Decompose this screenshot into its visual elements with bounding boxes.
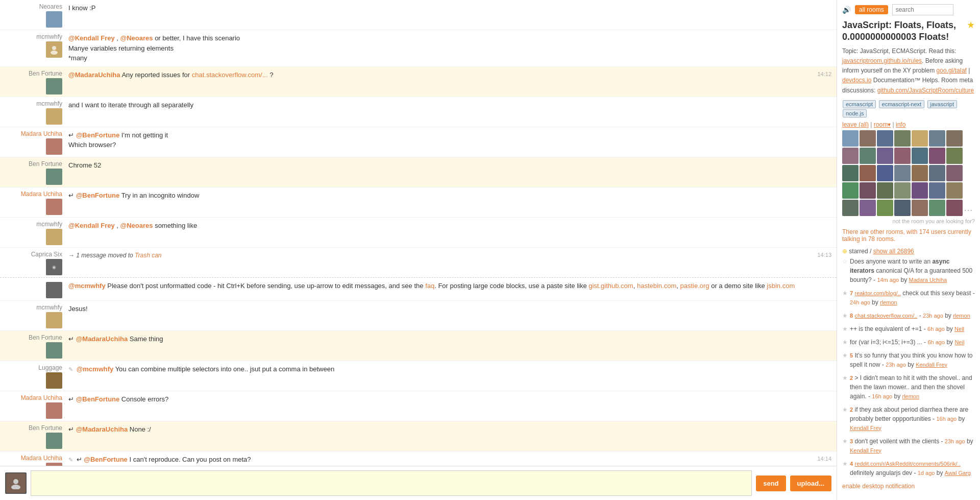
link[interactable]: hastebin.com bbox=[637, 282, 676, 290]
avatar-col: mcmwhfy bbox=[5, 220, 66, 245]
star-icon: ★ bbox=[842, 405, 848, 414]
message-content: ↵ @MadaraUchiha Same thing bbox=[66, 333, 811, 345]
star-icon: ★ bbox=[842, 289, 848, 298]
trash-link[interactable]: Trash can bbox=[135, 252, 161, 259]
send-button[interactable]: send bbox=[756, 475, 786, 491]
author-link[interactable]: Neil bbox=[954, 326, 964, 332]
message-content: ↵ @BenFortune Console errors? bbox=[66, 393, 811, 406]
tags-container: ecmascript ecmascript-next javascript no… bbox=[842, 100, 975, 118]
avatar-col: mcmwhfy bbox=[5, 32, 66, 58]
rules-link[interactable]: javascriptroom.github.io/rules bbox=[842, 57, 922, 64]
author-link[interactable]: rlemon bbox=[880, 299, 897, 305]
tag-ecmascript[interactable]: ecmascript bbox=[843, 100, 876, 108]
avatar-col: Caprica Six ◉ bbox=[5, 250, 66, 275]
volume-icon: 🔊 bbox=[842, 6, 851, 14]
link[interactable]: chat.stackoverflow.com/... bbox=[192, 71, 268, 79]
message-content: I know :P bbox=[66, 2, 811, 14]
avatar-col: Madara Uchiha bbox=[5, 454, 66, 466]
author-link[interactable]: Kendall Frey bbox=[850, 425, 881, 431]
svg-point-2 bbox=[13, 479, 18, 484]
mention: @Neoares bbox=[120, 222, 153, 229]
message-time bbox=[811, 32, 831, 34]
message-row: @mcmwhfy Please don't post unformatted c… bbox=[0, 278, 837, 301]
show-all-link[interactable]: show all 26896 bbox=[873, 248, 914, 255]
avatar bbox=[46, 41, 62, 58]
mention: @BenFortune bbox=[76, 192, 120, 199]
star-icon: ★ bbox=[842, 324, 848, 334]
message-row: mcmwhfy @Kendall Frey , @Neoares or bett… bbox=[0, 30, 837, 67]
author-link[interactable]: Awal Garg bbox=[945, 470, 971, 476]
avatar bbox=[46, 229, 62, 245]
link[interactable]: jsbin.com bbox=[767, 282, 795, 290]
message-row: Madara Uchiha ✎ ↵ @BenFortune I can't re… bbox=[0, 451, 837, 466]
username: Ben Fortune bbox=[29, 70, 62, 77]
starred-link[interactable]: reaktor.com/blog/.. bbox=[854, 290, 901, 296]
message-row: Ben Fortune @MadaraUchiha Any reported i… bbox=[0, 67, 837, 97]
author-link[interactable]: Madara Uchiha bbox=[909, 277, 947, 283]
message-time: 14:14 bbox=[811, 454, 831, 462]
message-content: @MadaraUchiha Any reported issues for ch… bbox=[66, 69, 811, 81]
avatar-col: Ben Fortune bbox=[5, 159, 66, 185]
xy-link[interactable]: goo.gl/taIaf bbox=[937, 67, 967, 74]
avatar bbox=[46, 138, 62, 155]
link[interactable]: faq bbox=[425, 282, 434, 290]
search-input[interactable] bbox=[892, 4, 953, 15]
username: mcmwhfy bbox=[36, 221, 62, 228]
username: Madara Uchiha bbox=[21, 130, 62, 137]
starred-item: ★ 3 don't get voilent with the clients -… bbox=[842, 437, 975, 455]
right-sidebar: 🔊 all rooms JavaScript: Floats, Floats, … bbox=[837, 0, 980, 500]
message-time bbox=[811, 99, 831, 101]
all-rooms-badge[interactable]: all rooms bbox=[855, 5, 888, 14]
avatar-col: Madara Uchiha bbox=[5, 189, 66, 215]
author-link[interactable]: rlemon bbox=[902, 393, 919, 399]
starred-link[interactable]: reddit.com/r/AskReddit/comments/506rik/.… bbox=[854, 461, 960, 467]
svg-point-0 bbox=[52, 46, 56, 50]
author-link[interactable]: Neil bbox=[954, 339, 964, 345]
upload-button[interactable]: upload... bbox=[790, 475, 831, 491]
edit-icon: ✎ bbox=[68, 366, 73, 372]
room-meta: Topic: JavaScript, ECMAScript. Read this… bbox=[842, 46, 975, 96]
author-link[interactable]: Kendall Frey bbox=[850, 447, 881, 454]
starred-item: ★ 5 It's so funny that you think you kno… bbox=[842, 351, 975, 369]
message-content: ↵ @BenFortune Try in an incognito window bbox=[66, 189, 811, 202]
member-avatar bbox=[912, 182, 928, 199]
avatar bbox=[46, 108, 62, 125]
author-link[interactable]: Kendall Frey bbox=[916, 362, 947, 368]
starred-item: ★ 7 reaktor.com/blog/.. check out this s… bbox=[842, 289, 975, 307]
chat-main: Neoares I know :P mcmwhfy @Kendall Frey … bbox=[0, 0, 837, 500]
member-avatar bbox=[894, 148, 911, 164]
link[interactable]: gist.github.com bbox=[589, 282, 633, 290]
link[interactable]: pastie.org bbox=[680, 282, 709, 290]
edit-icon: ✎ bbox=[68, 457, 73, 463]
member-avatar bbox=[860, 165, 876, 181]
tag-nodejs[interactable]: node.js bbox=[843, 109, 867, 117]
info-link[interactable]: info bbox=[896, 121, 905, 128]
message-row: Madara Uchiha ↵ @BenFortune Try in an in… bbox=[0, 187, 837, 218]
culture-link[interactable]: github.com/JavaScriptRoom/culture bbox=[877, 87, 974, 94]
star-icon[interactable]: ★ bbox=[967, 19, 975, 31]
leave-all-link[interactable]: leave (all) bbox=[842, 121, 869, 128]
member-avatar bbox=[929, 148, 945, 164]
avatar bbox=[46, 402, 62, 419]
starred-item: ★ 4 reddit.com/r/AskReddit/comments/506r… bbox=[842, 459, 975, 478]
username: Caprica Six bbox=[31, 251, 62, 258]
avatar bbox=[46, 282, 62, 298]
tag-ecmascript-next[interactable]: ecmascript-next bbox=[879, 100, 925, 108]
username: Ben Fortune bbox=[29, 334, 62, 341]
not-room-text: not the room you are looking for? bbox=[842, 218, 975, 224]
user-icon bbox=[49, 44, 59, 55]
username: Luggage bbox=[38, 364, 62, 371]
message-input[interactable] bbox=[31, 470, 752, 496]
starred-text: 4 reddit.com/r/AskReddit/comments/506rik… bbox=[850, 459, 975, 478]
username: Neoares bbox=[39, 3, 62, 10]
message-time bbox=[811, 333, 831, 335]
room-link[interactable]: room▾ bbox=[874, 121, 891, 128]
enable-notif[interactable]: enable desktop notification bbox=[842, 483, 975, 490]
room-actions: leave (all) | room▾ | info bbox=[842, 121, 975, 128]
author-link[interactable]: rlemon bbox=[953, 313, 970, 319]
starred-link[interactable]: chat.stackoverflow.com/.. bbox=[854, 313, 917, 319]
starred-text: Does anyone want to write an async itera… bbox=[850, 257, 975, 284]
devdocs-link[interactable]: devdocs.io bbox=[842, 77, 871, 84]
message-content: Chrome 52 bbox=[66, 159, 811, 172]
tag-javascript[interactable]: javascript bbox=[927, 100, 957, 108]
